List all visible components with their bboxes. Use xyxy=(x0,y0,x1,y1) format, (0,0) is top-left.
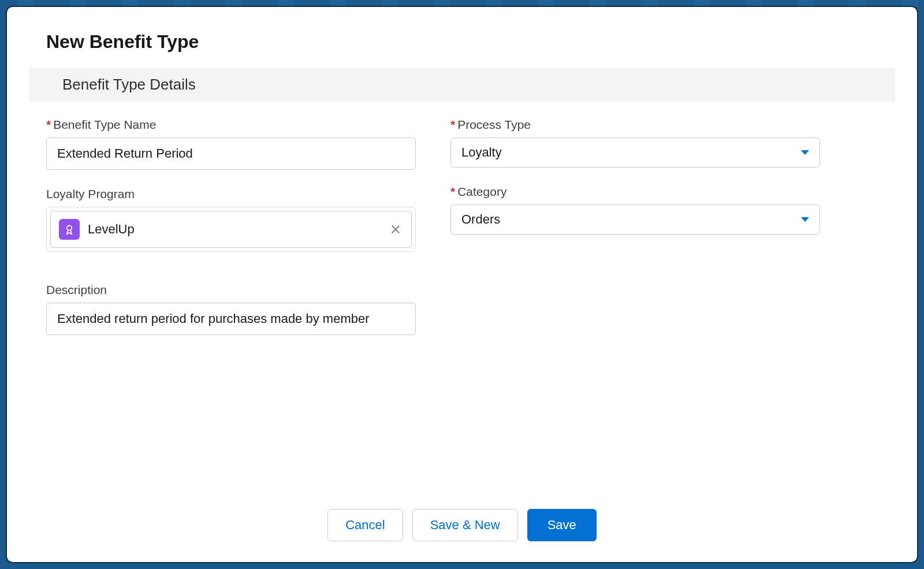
field-description: Description xyxy=(46,283,416,335)
new-benefit-type-modal: New Benefit Type Benefit Type Details * … xyxy=(6,6,918,563)
svg-point-0 xyxy=(67,225,72,230)
remove-pill-button[interactable] xyxy=(388,222,403,237)
field-loyalty-program: Loyalty Program LevelUp xyxy=(46,187,416,252)
save-button[interactable]: Save xyxy=(527,509,597,541)
form-column-right: * Process Type Loyalty * Category Orders xyxy=(450,118,820,495)
label-process-type: * Process Type xyxy=(450,118,820,132)
loyalty-program-pill: LevelUp xyxy=(50,211,412,248)
description-input[interactable] xyxy=(46,303,416,335)
field-category: * Category Orders xyxy=(450,185,820,235)
label-text: Process Type xyxy=(457,118,531,132)
loyalty-program-lookup[interactable]: LevelUp xyxy=(46,207,416,252)
category-value: Orders xyxy=(461,212,500,227)
cancel-button[interactable]: Cancel xyxy=(327,509,403,541)
label-benefit-type-name: * Benefit Type Name xyxy=(46,118,416,132)
label-description: Description xyxy=(46,283,416,297)
label-text: Loyalty Program xyxy=(46,187,135,201)
chevron-down-icon xyxy=(801,150,809,155)
required-marker: * xyxy=(450,118,455,132)
category-picklist[interactable]: Orders xyxy=(450,204,820,235)
process-type-value: Loyalty xyxy=(461,145,502,160)
section-header: Benefit Type Details xyxy=(29,68,895,102)
label-text: Description xyxy=(46,283,107,297)
modal-title: New Benefit Type xyxy=(7,7,917,68)
loyalty-program-value: LevelUp xyxy=(88,222,380,237)
modal-footer: Cancel Save & New Save xyxy=(7,495,917,562)
form-body: * Benefit Type Name Loyalty Program xyxy=(7,102,917,495)
chevron-down-icon xyxy=(801,217,809,222)
required-marker: * xyxy=(450,185,455,199)
save-and-new-button[interactable]: Save & New xyxy=(412,509,518,541)
field-benefit-type-name: * Benefit Type Name xyxy=(46,118,416,170)
label-loyalty-program: Loyalty Program xyxy=(46,187,416,201)
loyalty-program-icon xyxy=(59,219,80,240)
form-column-left: * Benefit Type Name Loyalty Program xyxy=(46,118,416,495)
required-marker: * xyxy=(46,118,51,132)
label-text: Benefit Type Name xyxy=(53,118,156,132)
label-text: Category xyxy=(457,185,506,199)
process-type-picklist[interactable]: Loyalty xyxy=(450,137,820,168)
field-process-type: * Process Type Loyalty xyxy=(450,118,820,168)
benefit-type-name-input[interactable] xyxy=(46,137,416,170)
label-category: * Category xyxy=(450,185,820,199)
